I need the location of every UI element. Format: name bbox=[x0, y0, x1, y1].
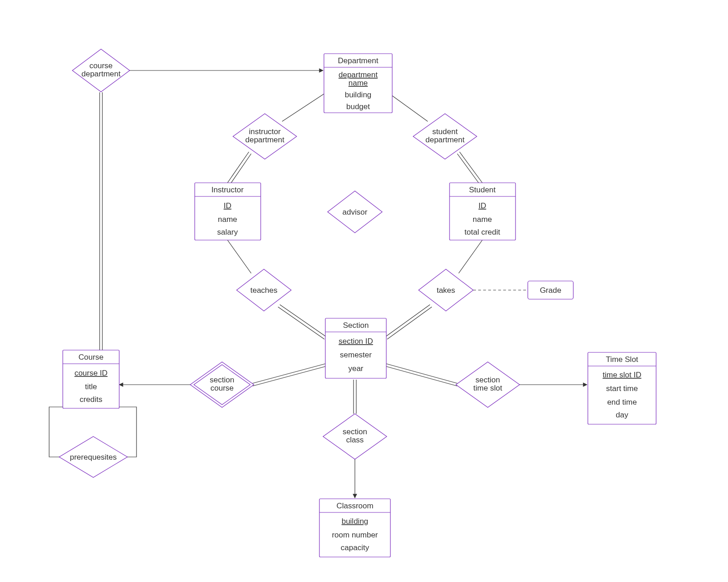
entity-section-title: Section bbox=[343, 321, 369, 330]
edge-prereq-right bbox=[116, 407, 136, 457]
rel-teaches-l1: teaches bbox=[250, 286, 278, 295]
rel-instructor-department-l2: department bbox=[245, 135, 284, 144]
rel-section-class-l2: class bbox=[346, 436, 364, 444]
edge-seccourse-to-section-a bbox=[253, 364, 325, 383]
entity-section-attr0: semester bbox=[340, 351, 372, 359]
rel-advisor-l1: advisor bbox=[343, 208, 368, 216]
rel-section-course: section course bbox=[190, 362, 254, 407]
edge-teaches-to-section-b bbox=[278, 307, 324, 339]
rel-section-course-l2: course bbox=[210, 384, 233, 392]
rel-section-class: section class bbox=[323, 414, 387, 459]
rel-student-department-l2: department bbox=[425, 135, 465, 144]
rel-section-time-slot-l2: time slot bbox=[473, 384, 502, 392]
entity-section-pk: section ID bbox=[339, 337, 373, 346]
entity-instructor-attr1: salary bbox=[217, 228, 238, 236]
entity-department-pk-line2: name bbox=[349, 79, 368, 87]
entity-section: Section section ID semester year bbox=[325, 318, 386, 378]
edge-takes-to-section-b bbox=[387, 307, 432, 339]
entity-department-attr0: building bbox=[345, 90, 372, 99]
edge-stud-dept-to-student-a bbox=[460, 152, 482, 183]
entity-course-pk: course ID bbox=[75, 369, 108, 377]
rel-takes: takes bbox=[419, 269, 473, 311]
edge-teaches-to-section-a bbox=[280, 305, 326, 336]
entity-course-title: Course bbox=[79, 353, 104, 361]
entity-classroom: Classroom building room number capacity bbox=[319, 499, 390, 557]
rel-advisor: advisor bbox=[328, 191, 382, 233]
entity-timeslot-pk: time slot ID bbox=[602, 371, 641, 379]
rel-prerequisites-l1: prerequesites bbox=[70, 453, 116, 462]
entity-department-attr1: budget bbox=[346, 102, 370, 111]
rel-course-department: course department bbox=[72, 49, 130, 92]
rel-section-course-l1: section bbox=[210, 376, 234, 384]
edge-teaches-to-instructor bbox=[228, 240, 251, 273]
edge-instr-dept-to-instructor-a bbox=[228, 152, 249, 183]
entity-department-title: Department bbox=[338, 56, 379, 65]
entity-section-attr1: year bbox=[348, 364, 363, 373]
entity-course: Course course ID title credits bbox=[63, 350, 119, 408]
entity-classroom-attr1: capacity bbox=[341, 543, 369, 552]
entity-student-pk: ID bbox=[479, 201, 486, 210]
rel-section-time-slot-l1: section bbox=[475, 376, 500, 384]
entity-course-attr0: title bbox=[85, 382, 97, 391]
entity-grade: Grade bbox=[528, 281, 573, 299]
entity-student-title: Student bbox=[469, 186, 496, 194]
entity-department-pk-line1: department bbox=[339, 70, 378, 79]
entity-timeslot-title: Time Slot bbox=[606, 355, 638, 364]
edge-seccourse-to-section-b bbox=[253, 366, 325, 386]
entity-instructor-pk: ID bbox=[224, 201, 232, 210]
rel-course-department-l2: department bbox=[81, 70, 121, 78]
entity-grade-title: Grade bbox=[540, 286, 561, 295]
edge-sectime-to-section-a bbox=[386, 364, 457, 383]
rel-instructor-department: instructor department bbox=[233, 114, 297, 159]
rel-takes-l1: takes bbox=[437, 286, 455, 295]
rel-section-class-l1: section bbox=[343, 427, 367, 436]
entity-course-attr1: credits bbox=[80, 395, 102, 404]
entity-instructor-title: Instructor bbox=[212, 186, 244, 194]
entity-instructor: Instructor ID name salary bbox=[195, 183, 261, 240]
rel-section-time-slot: section time slot bbox=[456, 362, 520, 407]
edge-takes-to-student bbox=[459, 240, 482, 273]
entity-classroom-title: Classroom bbox=[336, 502, 373, 510]
edge-instr-dept-to-instructor-b bbox=[230, 154, 251, 184]
entity-classroom-attr0: room number bbox=[332, 531, 378, 539]
edge-prereq-left bbox=[49, 407, 71, 457]
rel-teaches: teaches bbox=[237, 269, 291, 311]
rel-student-department: student department bbox=[413, 114, 477, 159]
entity-timeslot-attr2: day bbox=[616, 411, 628, 419]
entity-timeslot-attr0: start time bbox=[606, 384, 638, 393]
entity-student-attr0: name bbox=[473, 215, 492, 224]
rel-prerequisites: prerequesites bbox=[59, 436, 127, 477]
rel-student-department-l1: student bbox=[432, 127, 458, 136]
rel-course-department-l1: course bbox=[89, 61, 112, 70]
entity-student: Student ID name total credit bbox=[450, 183, 516, 240]
entity-classroom-pk: building bbox=[342, 517, 369, 526]
entity-student-attr1: total credit bbox=[465, 228, 500, 236]
edge-sectime-to-section-b bbox=[386, 366, 457, 386]
edge-takes-to-section-a bbox=[386, 305, 430, 336]
entity-instructor-attr0: name bbox=[218, 215, 238, 224]
entity-timeslot: Time Slot time slot ID start time end ti… bbox=[588, 352, 656, 424]
entity-timeslot-attr1: end time bbox=[607, 398, 637, 406]
rel-instructor-department-l1: instructor bbox=[249, 127, 281, 136]
edge-stud-dept-to-student-b bbox=[457, 154, 480, 184]
